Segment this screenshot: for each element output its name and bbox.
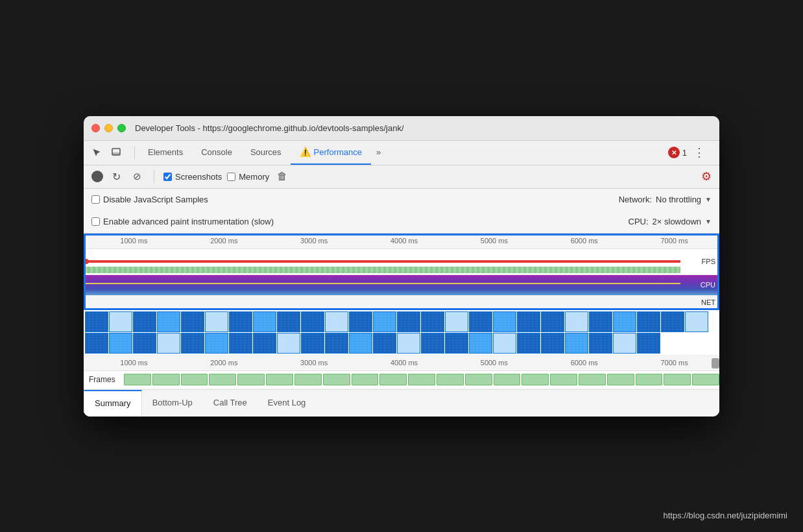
settings-button[interactable]: ⚙: [701, 169, 712, 184]
thumb-38: [349, 333, 372, 354]
thumb-26: [685, 311, 708, 332]
paint-checkbox[interactable]: Enable advanced paint instrumentation (s…: [91, 217, 274, 226]
tab-bottom-up[interactable]: Bottom-Up: [142, 390, 203, 417]
frame-21: [692, 374, 719, 385]
thumb-48: [589, 333, 612, 354]
tick-7000: 7000 ms: [629, 237, 719, 245]
tab-summary[interactable]: Summary: [84, 390, 142, 417]
options-bar: Disable JavaScript Samples Network: No t…: [84, 189, 719, 234]
screenshots-checkbox[interactable]: Screenshots: [163, 172, 222, 182]
warning-icon: ⚠️: [300, 147, 311, 157]
tab-elements[interactable]: Elements: [139, 140, 192, 165]
network-dropdown-arrow[interactable]: ▼: [705, 196, 712, 203]
thumb-37: [325, 333, 348, 354]
reload-button[interactable]: ↻: [108, 169, 124, 184]
thumb-30: [157, 333, 180, 354]
timeline-wrapper: 1000 ms 2000 ms 3000 ms 4000 ms 5000 ms …: [84, 234, 719, 310]
thumb-11: [325, 311, 348, 332]
fps-row[interactable]: FPS: [84, 249, 719, 275]
tabs-overflow-button[interactable]: »: [371, 140, 386, 165]
thumb-34: [253, 333, 276, 354]
thumb-27: [85, 333, 108, 354]
thumb-45: [517, 333, 540, 354]
thumb-10: [301, 311, 324, 332]
minimize-button[interactable]: [104, 124, 113, 132]
thumb-28: [109, 333, 132, 354]
thumb-40: [397, 333, 420, 354]
thumb-33: [229, 333, 252, 354]
tick-b-3000: 3000 ms: [269, 359, 359, 367]
thumb-19: [517, 311, 540, 332]
frame-10: [379, 374, 407, 385]
thumb-47: [565, 333, 588, 354]
thumb-41: [421, 333, 444, 354]
thumb-25: [661, 311, 684, 332]
thumbnail-grid: [84, 310, 719, 355]
network-group: Network: No throttling ▼: [619, 195, 712, 204]
frame-3: [181, 374, 208, 385]
frame-11: [408, 374, 435, 385]
memory-checkbox[interactable]: Memory: [227, 172, 269, 182]
options-row-1: Disable JavaScript Samples Network: No t…: [91, 189, 712, 211]
error-count: 1: [682, 148, 687, 158]
disable-js-input[interactable]: [91, 195, 100, 204]
tab-event-log[interactable]: Event Log: [258, 390, 317, 417]
close-button[interactable]: [91, 124, 100, 132]
thumb-32: [205, 333, 228, 354]
tab-sources[interactable]: Sources: [241, 140, 291, 165]
cpu-group: CPU: 2× slowdown ▼: [629, 217, 712, 226]
thumb-4: [157, 311, 180, 332]
tab-performance[interactable]: ⚠️ Performance: [291, 140, 371, 165]
time-ruler-bottom: 1000 ms 2000 ms 3000 ms 4000 ms 5000 ms …: [84, 356, 719, 371]
thumb-39: [373, 333, 396, 354]
time-ticks-top: 1000 ms 2000 ms 3000 ms 4000 ms 5000 ms …: [89, 237, 719, 245]
thumb-22: [589, 311, 612, 332]
frames-blocks: [124, 373, 719, 387]
frames-row: Frames: [84, 371, 719, 389]
frame-8: [323, 374, 350, 385]
title-bar: Developer Tools - https://googlechrome.g…: [84, 116, 719, 141]
net-row[interactable]: NET: [84, 296, 719, 310]
paint-input[interactable]: [91, 217, 100, 226]
frame-18: [607, 374, 634, 385]
thumb-35: [277, 333, 300, 354]
thumb-24: [637, 311, 660, 332]
record-button[interactable]: [91, 171, 103, 182]
memory-checkbox-input[interactable]: [227, 173, 235, 181]
tick-1000: 1000 ms: [89, 237, 179, 245]
tab-console[interactable]: Console: [192, 140, 241, 165]
separator: [134, 146, 135, 159]
screenshots-content: [84, 310, 719, 355]
cpu-dropdown-arrow[interactable]: ▼: [705, 218, 712, 225]
thumb-36: [301, 333, 324, 354]
tabs-bar: Elements Console Sources ⚠️ Performance …: [84, 141, 719, 165]
clear-button[interactable]: 🗑: [277, 171, 287, 182]
timeline-scrollbar[interactable]: [712, 358, 719, 369]
disable-js-checkbox[interactable]: Disable JavaScript Samples: [91, 195, 208, 204]
svg-rect-1: [112, 152, 120, 155]
tab-call-tree[interactable]: Call Tree: [203, 390, 258, 417]
cpu-row[interactable]: CPU: [84, 275, 719, 296]
maximize-button[interactable]: [117, 124, 126, 132]
thumb-43: [469, 333, 492, 354]
thumb-17: [469, 311, 492, 332]
screenshots-checkbox-input[interactable]: [163, 173, 172, 181]
tick-b-4000: 4000 ms: [359, 359, 449, 367]
tick-6000: 6000 ms: [539, 237, 629, 245]
thumb-42: [445, 333, 468, 354]
more-menu-button[interactable]: ⋮: [689, 145, 709, 160]
tick-b-7000: 7000 ms: [629, 359, 719, 367]
toolbar-icons: [89, 145, 124, 160]
tick-4000: 4000 ms: [359, 237, 449, 245]
frame-7: [294, 374, 322, 385]
thumb-14: [397, 311, 420, 332]
dock-icon[interactable]: [108, 145, 124, 160]
time-ticks-bottom: 1000 ms 2000 ms 3000 ms 4000 ms 5000 ms …: [89, 359, 719, 367]
stop-button[interactable]: ⊘: [129, 169, 145, 184]
thumb-5: [181, 311, 204, 332]
tick-b-1000: 1000 ms: [89, 359, 179, 367]
controls-bar: ↻ ⊘ Screenshots Memory 🗑 ⚙: [84, 165, 719, 189]
frame-6: [266, 374, 293, 385]
cursor-icon[interactable]: [89, 145, 104, 160]
separator2: [154, 170, 154, 183]
